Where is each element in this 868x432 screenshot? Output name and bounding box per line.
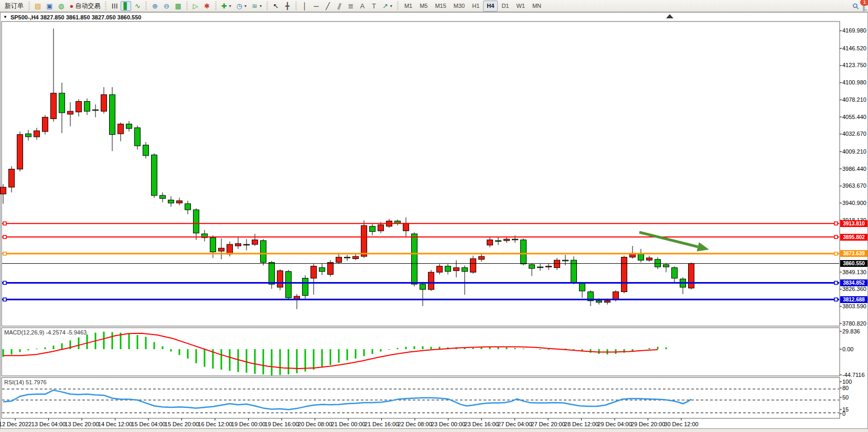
time-axis-label[interactable]: 22 Dec 08:00 xyxy=(398,421,432,427)
time-axis-label[interactable]: 19 Dec 16:00 xyxy=(264,421,298,427)
timeframe-h4-button[interactable]: H4 xyxy=(483,1,498,12)
price-axis-label[interactable]: 3803.590 xyxy=(842,304,866,309)
time-axis-label[interactable]: 27 Dec 04:00 xyxy=(498,421,532,427)
fibonacci-button[interactable]: ≣ xyxy=(346,1,356,11)
price-axis-label[interactable]: 3826.360 xyxy=(842,286,866,292)
line-chart-mode-button[interactable]: ∿ xyxy=(132,1,143,11)
price-axis-label[interactable]: 3940.900 xyxy=(842,200,866,206)
price-axis-label[interactable]: 4169.980 xyxy=(842,28,866,34)
time-axis-label[interactable]: 29 Dec 04:00 xyxy=(597,421,631,427)
timeframe-m30-button[interactable]: M30 xyxy=(450,1,468,12)
timeframe-w1-button[interactable]: W1 xyxy=(512,1,529,12)
price-line-badge: 3860.550 xyxy=(840,260,867,267)
channel-button[interactable]: ∥ xyxy=(334,1,345,11)
chart-area[interactable] xyxy=(0,0,868,432)
new-chart-button[interactable]: ✱ xyxy=(202,1,212,11)
chart-title-bar[interactable]: ▼ SP500-,H4 3827.850 3861.850 3827.050 3… xyxy=(3,13,141,21)
channel-icon: ∥ xyxy=(337,2,342,9)
chat-icon[interactable]: 1 xyxy=(863,2,865,11)
signal-button[interactable]: ◍ xyxy=(56,1,67,11)
toolbar-grip xyxy=(295,2,297,10)
time-axis-label[interactable]: 12 Dec 2022 xyxy=(0,421,31,427)
new-order-button[interactable]: 新订单 xyxy=(3,1,26,11)
fibonacci-icon: ≣ xyxy=(348,3,354,9)
time-axis-label[interactable]: 13 Dec 04:00 xyxy=(31,421,66,427)
timeframe-mn-button[interactable]: MN xyxy=(529,1,545,12)
time-axis-label[interactable]: 15 Dec 20:00 xyxy=(165,421,199,427)
time-axis-label[interactable]: 19 Dec 00:00 xyxy=(231,421,265,427)
price-axis-label[interactable]: 3849.130 xyxy=(842,269,866,275)
price-axis-label[interactable]: 4055.440 xyxy=(842,114,866,120)
tile-windows-button[interactable]: ▦ xyxy=(173,1,183,11)
time-axis-label[interactable]: 29 Dec 20:00 xyxy=(631,421,665,427)
price-axis-label[interactable]: 3963.670 xyxy=(842,183,866,189)
add-indicator-button[interactable]: ✚▾ xyxy=(219,1,233,11)
search-icon[interactable]: ⚲ xyxy=(850,1,861,12)
price-axis-label[interactable]: 3986.440 xyxy=(842,166,866,172)
price-line-badge: 3873.639 xyxy=(840,250,867,257)
periodicity-clock-button[interactable]: ◷▾ xyxy=(234,1,249,11)
timeframe-m15-button[interactable]: M15 xyxy=(431,1,449,12)
auto-trading-button-button[interactable]: ●自动交易 xyxy=(68,1,103,11)
cursor-button[interactable]: ↖ xyxy=(271,1,281,11)
terminal-button[interactable]: ▣ xyxy=(44,1,55,11)
trendline-button[interactable]: ╱ xyxy=(323,1,333,11)
price-axis-label[interactable]: 4146.520 xyxy=(842,46,866,51)
price-line-badge: 3913.810 xyxy=(840,220,867,227)
arrows-button[interactable]: ↗▾ xyxy=(380,1,394,11)
time-axis-label[interactable]: 23 Dec 16:00 xyxy=(464,421,498,427)
rsi-axis-label: 80 xyxy=(842,385,849,391)
candlestick-mode-icon: ▋ xyxy=(123,3,128,9)
time-axis-label[interactable]: 21 Dec 00:00 xyxy=(331,421,365,427)
chevron-down-icon: ▾ xyxy=(244,4,247,8)
zoom-in-button[interactable]: ⊕ xyxy=(149,1,160,11)
price-axis-label[interactable]: 3780.820 xyxy=(842,321,866,327)
price-axis-label[interactable]: 4123.750 xyxy=(842,62,866,68)
toolbar-grip xyxy=(215,2,217,10)
timeframe-m5-button[interactable]: M5 xyxy=(416,1,431,12)
market-watch-button[interactable]: ▤ xyxy=(33,1,43,11)
indicator-list-button[interactable]: ▷ xyxy=(190,1,201,11)
timeframe-d1-button[interactable]: D1 xyxy=(498,1,512,12)
time-axis-label[interactable]: 21 Dec 16:00 xyxy=(365,421,399,427)
time-axis-label[interactable]: 30 Dec 12:00 xyxy=(664,421,698,427)
line-chart-mode-icon: ∿ xyxy=(135,3,141,9)
price-axis-label[interactable]: 4078.210 xyxy=(842,97,866,103)
chevron-down-icon: ▾ xyxy=(229,4,231,8)
bar-chart-mode-button[interactable]: ☰ xyxy=(109,1,120,11)
indicator-list-icon: ▷ xyxy=(193,3,198,9)
time-axis-label[interactable]: 27 Dec 20:00 xyxy=(531,421,565,427)
time-axis-label[interactable]: 28 Dec 12:00 xyxy=(564,421,598,427)
price-axis-label[interactable]: 4009.210 xyxy=(842,149,866,155)
price-axis-label[interactable]: 4100.980 xyxy=(842,80,866,85)
collapse-icon[interactable]: ▼ xyxy=(3,15,7,19)
timeframe-m1-button[interactable]: M1 xyxy=(401,1,416,12)
text-label-button[interactable]: T xyxy=(369,1,379,11)
price-line-badge: 3812.688 xyxy=(840,296,867,303)
text-icon: A xyxy=(360,3,365,9)
text-button[interactable]: A xyxy=(357,1,368,11)
time-axis-label[interactable]: 15 Dec 04:00 xyxy=(131,421,165,427)
template-button[interactable]: ≋▾ xyxy=(250,1,264,11)
chevron-down-icon: ▾ xyxy=(390,4,392,8)
price-axis-label[interactable]: 4032.670 xyxy=(842,131,866,137)
time-axis-label[interactable]: 13 Dec 20:00 xyxy=(65,421,99,427)
time-axis-label[interactable]: 16 Dec 12:00 xyxy=(198,421,232,427)
time-axis-label[interactable]: 20 Dec 08:00 xyxy=(298,421,332,427)
time-axis-label[interactable]: 23 Dec 00:00 xyxy=(431,421,465,427)
toolbar-grip xyxy=(397,2,399,10)
candlestick-mode-button[interactable]: ▋ xyxy=(121,1,131,11)
auto-trading-button-icon: ● xyxy=(70,3,74,9)
time-axis-label[interactable]: 14 Dec 12:00 xyxy=(98,421,132,427)
crosshair-button[interactable]: ╋ xyxy=(282,1,293,11)
cursor-icon: ↖ xyxy=(273,3,279,9)
horizontal-line-button[interactable]: ─ xyxy=(311,1,322,11)
zoom-out-icon: ⊖ xyxy=(164,3,169,9)
notification-badge: 1 xyxy=(860,0,868,6)
chevron-down-icon: ▾ xyxy=(260,4,262,8)
zoom-out-button[interactable]: ⊖ xyxy=(161,1,172,11)
horizontal-line-icon: ─ xyxy=(314,3,318,9)
toolbar-button-label: 新订单 xyxy=(5,2,24,10)
timeframe-h1-button[interactable]: H1 xyxy=(468,1,483,12)
vertical-line-button[interactable]: │ xyxy=(299,1,310,11)
